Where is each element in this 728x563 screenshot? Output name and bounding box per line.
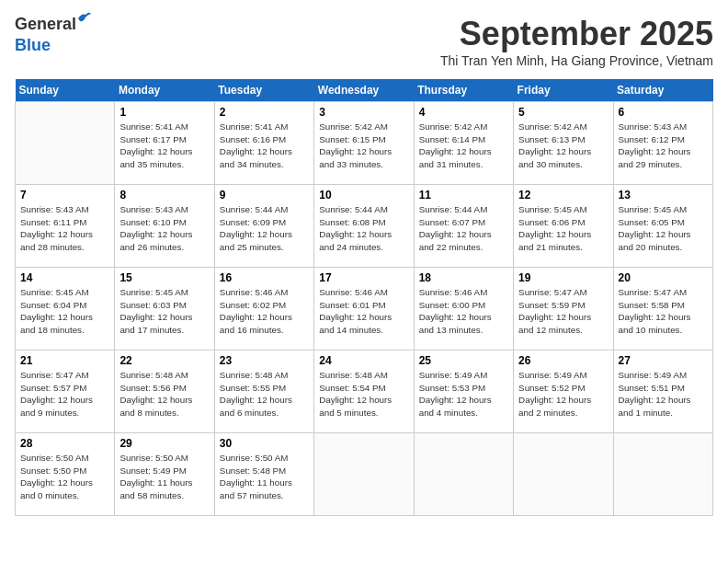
title-area: September 2025 Thi Tran Yen Minh, Ha Gia… (440, 15, 713, 75)
day-info: Sunrise: 5:45 AM Sunset: 6:04 PM Dayligh… (20, 286, 109, 337)
calendar-cell (514, 433, 613, 516)
day-info: Sunrise: 5:48 AM Sunset: 5:55 PM Dayligh… (220, 369, 309, 419)
calendar-cell: 24Sunrise: 5:48 AM Sunset: 5:54 PM Dayli… (314, 350, 414, 433)
day-info: Sunrise: 5:43 AM Sunset: 6:10 PM Dayligh… (119, 203, 209, 254)
col-header-thursday: Thursday (414, 79, 513, 102)
calendar-cell: 20Sunrise: 5:47 AM Sunset: 5:58 PM Dayli… (613, 268, 712, 350)
calendar-cell: 17Sunrise: 5:46 AM Sunset: 6:01 PM Dayli… (314, 268, 414, 350)
day-number: 9 (220, 189, 309, 201)
day-number: 4 (419, 106, 508, 119)
day-number: 16 (220, 271, 309, 284)
calendar-cell: 8Sunrise: 5:43 AM Sunset: 6:10 PM Daylig… (115, 185, 214, 268)
day-number: 29 (119, 437, 209, 450)
day-number: 14 (20, 271, 109, 284)
calendar-cell: 9Sunrise: 5:44 AM Sunset: 6:09 PM Daylig… (214, 185, 313, 268)
day-info: Sunrise: 5:49 AM Sunset: 5:53 PM Dayligh… (419, 369, 508, 419)
day-info: Sunrise: 5:48 AM Sunset: 5:54 PM Dayligh… (319, 369, 408, 419)
calendar-cell: 7Sunrise: 5:43 AM Sunset: 6:11 PM Daylig… (16, 185, 115, 268)
calendar-cell: 16Sunrise: 5:46 AM Sunset: 6:02 PM Dayli… (214, 268, 313, 350)
calendar-cell: 6Sunrise: 5:43 AM Sunset: 6:12 PM Daylig… (613, 102, 712, 185)
col-header-friday: Friday (514, 79, 613, 102)
logo-general: General (15, 15, 76, 33)
day-number: 8 (119, 189, 209, 201)
day-number: 20 (619, 271, 708, 284)
day-number: 12 (518, 189, 608, 201)
day-number: 24 (319, 354, 408, 367)
calendar-cell (613, 433, 712, 516)
day-info: Sunrise: 5:42 AM Sunset: 6:14 PM Dayligh… (419, 121, 508, 171)
calendar-cell: 3Sunrise: 5:42 AM Sunset: 6:15 PM Daylig… (314, 102, 414, 185)
logo-bird-icon (76, 9, 93, 26)
day-info: Sunrise: 5:45 AM Sunset: 6:03 PM Dayligh… (119, 286, 209, 337)
calendar-cell: 13Sunrise: 5:45 AM Sunset: 6:05 PM Dayli… (613, 185, 712, 268)
calendar-cell: 27Sunrise: 5:49 AM Sunset: 5:51 PM Dayli… (613, 350, 712, 433)
day-number: 11 (419, 189, 508, 201)
day-info: Sunrise: 5:47 AM Sunset: 5:58 PM Dayligh… (619, 286, 708, 337)
calendar-cell: 23Sunrise: 5:48 AM Sunset: 5:55 PM Dayli… (214, 350, 313, 433)
calendar-cell: 1Sunrise: 5:41 AM Sunset: 6:17 PM Daylig… (115, 102, 214, 185)
day-number: 23 (220, 354, 309, 367)
day-number: 3 (319, 106, 408, 119)
calendar-cell: 5Sunrise: 5:42 AM Sunset: 6:13 PM Daylig… (514, 102, 613, 185)
day-info: Sunrise: 5:45 AM Sunset: 6:05 PM Dayligh… (619, 203, 708, 254)
calendar-cell: 30Sunrise: 5:50 AM Sunset: 5:48 PM Dayli… (214, 433, 313, 516)
day-info: Sunrise: 5:43 AM Sunset: 6:12 PM Dayligh… (619, 121, 708, 171)
day-info: Sunrise: 5:47 AM Sunset: 5:57 PM Dayligh… (20, 369, 109, 419)
day-number: 26 (518, 354, 608, 367)
day-number: 21 (20, 354, 109, 367)
month-title: September 2025 (440, 15, 713, 53)
logo-blue: Blue (15, 36, 51, 55)
calendar-cell: 25Sunrise: 5:49 AM Sunset: 5:53 PM Dayli… (414, 350, 513, 433)
day-info: Sunrise: 5:44 AM Sunset: 6:07 PM Dayligh… (419, 203, 508, 254)
day-number: 2 (220, 106, 309, 119)
day-info: Sunrise: 5:43 AM Sunset: 6:11 PM Dayligh… (20, 203, 109, 254)
location-subtitle: Thi Tran Yen Minh, Ha Giang Province, Vi… (440, 53, 713, 68)
calendar-cell: 12Sunrise: 5:45 AM Sunset: 6:06 PM Dayli… (514, 185, 613, 268)
calendar-cell: 29Sunrise: 5:50 AM Sunset: 5:49 PM Dayli… (115, 433, 214, 516)
calendar-cell: 18Sunrise: 5:46 AM Sunset: 6:00 PM Dayli… (414, 268, 513, 350)
calendar-cell (414, 433, 513, 516)
day-info: Sunrise: 5:44 AM Sunset: 6:08 PM Dayligh… (319, 203, 408, 254)
day-number: 1 (119, 106, 209, 119)
day-info: Sunrise: 5:47 AM Sunset: 5:59 PM Dayligh… (518, 286, 608, 337)
col-header-tuesday: Tuesday (214, 79, 313, 102)
day-info: Sunrise: 5:44 AM Sunset: 6:09 PM Dayligh… (220, 203, 309, 254)
calendar-cell: 2Sunrise: 5:41 AM Sunset: 6:16 PM Daylig… (214, 102, 313, 185)
day-info: Sunrise: 5:46 AM Sunset: 6:00 PM Dayligh… (419, 286, 508, 337)
day-info: Sunrise: 5:46 AM Sunset: 6:01 PM Dayligh… (319, 286, 408, 337)
day-info: Sunrise: 5:45 AM Sunset: 6:06 PM Dayligh… (518, 203, 608, 254)
calendar-cell (314, 433, 414, 516)
calendar-cell: 26Sunrise: 5:49 AM Sunset: 5:52 PM Dayli… (514, 350, 613, 433)
calendar-header-row: SundayMondayTuesdayWednesdayThursdayFrid… (16, 79, 713, 102)
calendar-cell: 19Sunrise: 5:47 AM Sunset: 5:59 PM Dayli… (514, 268, 613, 350)
calendar-cell: 4Sunrise: 5:42 AM Sunset: 6:14 PM Daylig… (414, 102, 513, 185)
day-number: 10 (319, 189, 408, 201)
day-number: 28 (20, 437, 109, 450)
day-number: 15 (119, 271, 209, 284)
logo: General Blue (15, 15, 76, 55)
calendar-cell: 28Sunrise: 5:50 AM Sunset: 5:50 PM Dayli… (16, 433, 115, 516)
day-info: Sunrise: 5:48 AM Sunset: 5:56 PM Dayligh… (119, 369, 209, 419)
day-info: Sunrise: 5:49 AM Sunset: 5:51 PM Dayligh… (619, 369, 708, 419)
day-info: Sunrise: 5:50 AM Sunset: 5:50 PM Dayligh… (20, 452, 109, 502)
day-number: 19 (518, 271, 608, 284)
calendar-cell: 14Sunrise: 5:45 AM Sunset: 6:04 PM Dayli… (16, 268, 115, 350)
calendar-week-row: 1Sunrise: 5:41 AM Sunset: 6:17 PM Daylig… (16, 102, 713, 185)
col-header-wednesday: Wednesday (314, 79, 414, 102)
day-info: Sunrise: 5:49 AM Sunset: 5:52 PM Dayligh… (518, 369, 608, 419)
calendar-week-row: 28Sunrise: 5:50 AM Sunset: 5:50 PM Dayli… (16, 433, 713, 516)
calendar-cell: 11Sunrise: 5:44 AM Sunset: 6:07 PM Dayli… (414, 185, 513, 268)
col-header-monday: Monday (115, 79, 214, 102)
col-header-saturday: Saturday (613, 79, 712, 102)
calendar-cell: 22Sunrise: 5:48 AM Sunset: 5:56 PM Dayli… (115, 350, 214, 433)
day-info: Sunrise: 5:41 AM Sunset: 6:17 PM Dayligh… (119, 121, 209, 171)
col-header-sunday: Sunday (16, 79, 115, 102)
day-number: 17 (319, 271, 408, 284)
day-number: 13 (619, 189, 708, 201)
day-info: Sunrise: 5:42 AM Sunset: 6:13 PM Dayligh… (518, 121, 608, 171)
day-info: Sunrise: 5:50 AM Sunset: 5:48 PM Dayligh… (220, 452, 309, 502)
day-number: 25 (419, 354, 508, 367)
day-info: Sunrise: 5:41 AM Sunset: 6:16 PM Dayligh… (220, 121, 309, 171)
page-header: General Blue September 2025 Thi Tran Yen… (15, 15, 713, 75)
day-number: 6 (619, 106, 708, 119)
